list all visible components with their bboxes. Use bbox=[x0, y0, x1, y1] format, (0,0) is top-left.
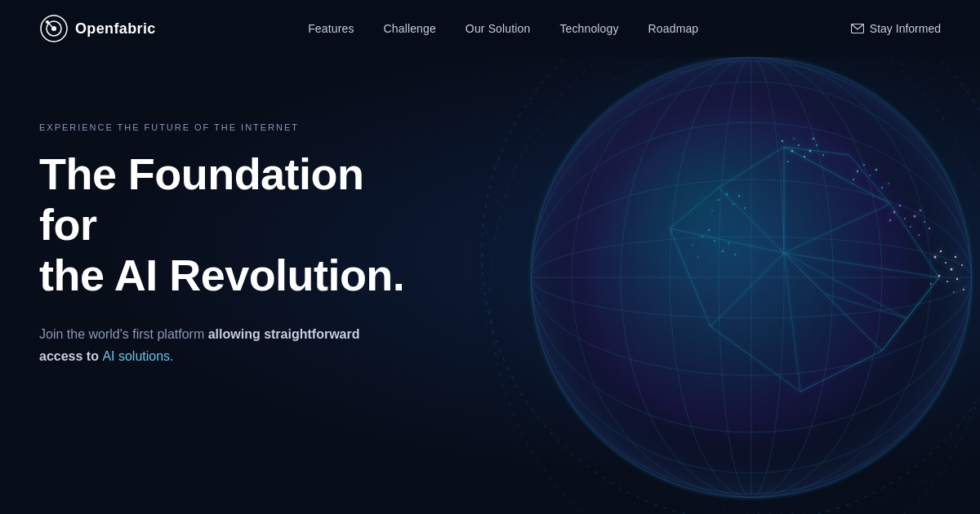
hero-title: The Foundation for the AI Revolution. bbox=[39, 148, 418, 300]
hero-subtitle: Join the world's first platform allowing… bbox=[39, 323, 382, 367]
svg-point-103 bbox=[46, 20, 49, 24]
hero-title-line2: the AI Revolution. bbox=[39, 250, 404, 299]
brand-name: Openfabric bbox=[75, 20, 156, 38]
nav-links: Features Challenge Our Solution Technolo… bbox=[308, 21, 698, 36]
logo-link[interactable]: Openfabric bbox=[39, 14, 156, 43]
nav-technology[interactable]: Technology bbox=[559, 22, 618, 35]
stay-informed-button[interactable]: Stay Informed bbox=[851, 22, 941, 35]
nav-features[interactable]: Features bbox=[308, 22, 354, 35]
svg-point-99 bbox=[474, 24, 980, 514]
logo-icon bbox=[39, 14, 69, 43]
mail-icon bbox=[851, 24, 864, 33]
navbar: Openfabric Features Challenge Our Soluti… bbox=[0, 0, 980, 57]
hero-subtitle-part1: Join the world's first platform bbox=[39, 327, 208, 341]
stay-informed-label: Stay Informed bbox=[870, 22, 941, 35]
svg-line-104 bbox=[49, 24, 52, 27]
nav-challenge[interactable]: Challenge bbox=[384, 22, 436, 35]
nav-our-solution[interactable]: Our Solution bbox=[466, 22, 531, 35]
hero-title-line1: The Foundation for bbox=[39, 149, 363, 249]
hero-eyebrow: EXPERIENCE THE FUTURE OF THE INTERNET bbox=[39, 122, 418, 132]
hero-section: EXPERIENCE THE FUTURE OF THE INTERNET Th… bbox=[0, 57, 457, 368]
globe-visualization bbox=[433, 24, 980, 514]
nav-roadmap[interactable]: Roadmap bbox=[648, 22, 699, 35]
hero-subtitle-highlight: AI solutions. bbox=[102, 349, 173, 363]
